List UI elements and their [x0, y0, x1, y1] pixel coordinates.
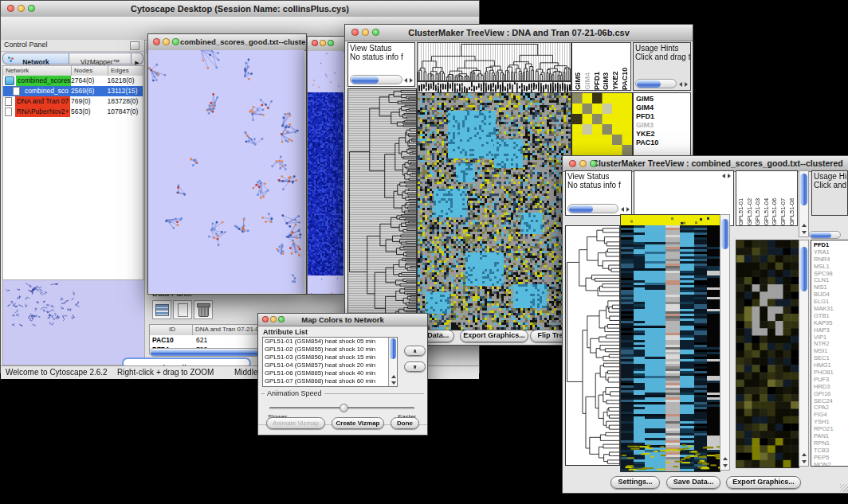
- attribute-list-item[interactable]: GPL51-03 (GSM856) heat shock 15 min: [263, 354, 388, 361]
- gene-dendrogram[interactable]: [347, 88, 417, 330]
- network-table-row[interactable]: RNAPuberNov2+ 563(0) 107847(0): [3, 107, 143, 117]
- close-icon[interactable]: [569, 160, 576, 167]
- scroll-right-icon[interactable]: [626, 207, 630, 212]
- scroll-left-icon[interactable]: [621, 207, 624, 212]
- zoom-window-icon[interactable]: [278, 316, 285, 322]
- list-vscrollbar[interactable]: [388, 338, 397, 386]
- scroll-down-icon[interactable]: [802, 231, 807, 234]
- attribute-list-item[interactable]: GPL51-04 (GSM857) heat shock 20 min: [263, 361, 388, 369]
- scroll-right-icon[interactable]: [728, 174, 731, 178]
- gene-list-hscrollbar[interactable]: [809, 231, 841, 239]
- resize-grip[interactable]: [840, 484, 848, 492]
- close-icon[interactable]: [153, 38, 160, 45]
- col-header-nodes[interactable]: Nodes: [72, 66, 108, 76]
- zoom-window-icon[interactable]: [28, 5, 35, 12]
- zoom-window-icon[interactable]: [590, 160, 597, 167]
- column-label: GIM4: [583, 43, 593, 90]
- scroll-up-icon[interactable]: [802, 224, 807, 227]
- attribute-list-label: Attribute List: [263, 328, 308, 336]
- gene-dendrogram[interactable]: [565, 225, 620, 466]
- gene-list-item[interactable]: MON2: [814, 462, 848, 467]
- treeview-combined-title-bar[interactable]: ClusterMaker TreeView : combined_scores_…: [563, 156, 848, 172]
- tab-overflow-button[interactable]: ▶: [132, 53, 143, 64]
- attribute-list-item[interactable]: GPL51-07 (GSM868) heat shock 60 min: [263, 377, 388, 385]
- close-icon[interactable]: [7, 5, 14, 12]
- labels-vscrollbar[interactable]: [799, 170, 809, 237]
- treeview-dna-title-bar[interactable]: ClusterMaker TreeView : DNA and Tran 07-…: [345, 25, 693, 41]
- network-table-row[interactable]: combined_sco 2569(6) 13112(15): [3, 86, 143, 96]
- col-header-id[interactable]: ID: [150, 325, 193, 335]
- heatmap-canvas[interactable]: [620, 214, 720, 472]
- col-header-edges[interactable]: Edges: [108, 66, 143, 76]
- move-down-button[interactable]: ∨: [404, 361, 426, 372]
- usage-hints-text: Click and drag to: [814, 181, 848, 189]
- scroll-down-icon[interactable]: [802, 460, 807, 463]
- network-view-title-bar[interactable]: combined_scores_good.txt--cluste...: [148, 34, 306, 51]
- minimize-icon[interactable]: [270, 316, 277, 322]
- scroll-right-icon[interactable]: [685, 82, 688, 87]
- minimize-icon[interactable]: [579, 160, 587, 167]
- network-tab-icon: [8, 57, 10, 59]
- close-icon[interactable]: [262, 316, 269, 322]
- usage-hints-scrollbar[interactable]: [635, 79, 677, 88]
- attribute-list-item[interactable]: GPL51-01 (GSM854) heat shock 05 min: [263, 338, 388, 346]
- scroll-left-icon[interactable]: [722, 174, 725, 178]
- zoom-window-icon[interactable]: [328, 40, 334, 46]
- birdseye-overview[interactable]: [2, 279, 145, 365]
- network-canvas[interactable]: [148, 50, 304, 293]
- view-status-title: View Status: [567, 172, 610, 181]
- col-header-network[interactable]: Network: [3, 66, 72, 76]
- tab-arrow-label: ▶: [135, 60, 139, 65]
- dense-network-canvas[interactable]: [308, 51, 344, 294]
- delete-attribute-button[interactable]: [194, 300, 213, 319]
- minimize-icon[interactable]: [362, 29, 369, 36]
- scroll-up-icon[interactable]: [723, 457, 728, 460]
- animate-vizmap-button[interactable]: Animate Vizmap: [266, 417, 325, 429]
- scroll-left-icon[interactable]: [679, 82, 682, 87]
- minimize-icon[interactable]: [163, 38, 170, 45]
- array-dendrogram[interactable]: [417, 42, 571, 81]
- scroll-down-icon[interactable]: [723, 464, 728, 467]
- zoom-window-icon[interactable]: [372, 29, 379, 36]
- table-view-button[interactable]: [152, 300, 171, 319]
- zoom-window-icon[interactable]: [172, 38, 179, 45]
- export-graphics-button[interactable]: Export Graphics...: [460, 330, 528, 342]
- create-vizmap-button[interactable]: Create Vizmap: [332, 417, 384, 429]
- view-status-scrollbar[interactable]: [350, 75, 402, 84]
- close-icon[interactable]: [351, 29, 359, 36]
- new-attribute-button[interactable]: [173, 300, 192, 319]
- scroll-down-icon[interactable]: [391, 381, 396, 385]
- tab-vizmapper[interactable]: VizMapper™: [69, 53, 132, 64]
- heatmap-vscrollbar[interactable]: [720, 214, 730, 471]
- scroll-left-icon[interactable]: [404, 78, 407, 83]
- scroll-right-icon[interactable]: [410, 78, 413, 83]
- attribute-listbox: GPL51-01 (GSM854) heat shock 05 minGPL51…: [262, 337, 398, 387]
- settings-button[interactable]: Settings...: [610, 476, 660, 489]
- animation-speed-label: Animation Speed: [265, 389, 324, 397]
- save-data-button[interactable]: Save Data...: [666, 476, 720, 489]
- network-table-row[interactable]: DNA and Tran 07 769(0) 183728(0): [3, 96, 143, 107]
- minimize-icon[interactable]: [320, 40, 326, 46]
- done-button[interactable]: Done: [391, 417, 419, 429]
- hidden-window-title-bar[interactable]: [308, 37, 345, 52]
- zoom-heatmap[interactable]: [736, 240, 799, 468]
- dialog-title-bar[interactable]: Map Colors to Network: [258, 314, 427, 326]
- attribute-list-item[interactable]: GPL51-06 (GSM865) heat shock 40 min: [263, 369, 388, 377]
- heatmap-canvas[interactable]: [417, 92, 571, 330]
- network-table-row[interactable]: combined_scores 2764(0) 16218(0): [3, 76, 143, 86]
- speed-slider[interactable]: [269, 407, 414, 409]
- float-panel-icon[interactable]: [130, 41, 139, 50]
- export-graphics-button[interactable]: Export Graphics...: [726, 476, 801, 489]
- minimize-icon[interactable]: [18, 5, 25, 12]
- slider-thumb-icon[interactable]: [340, 404, 348, 412]
- view-status-scrollbar[interactable]: [567, 204, 618, 213]
- move-up-button[interactable]: ∧: [404, 346, 426, 356]
- scroll-up-icon[interactable]: [391, 375, 396, 378]
- close-icon[interactable]: [312, 40, 318, 46]
- view-status-title: View Status: [350, 44, 392, 53]
- scroll-up-icon[interactable]: [802, 453, 807, 456]
- zoom-vscrollbar[interactable]: [799, 240, 809, 467]
- tab-network[interactable]: Network: [2, 53, 69, 64]
- main-title-bar[interactable]: Cytoscape Desktop (Session Name: collins…: [1, 1, 479, 18]
- attribute-list-item[interactable]: GPL51-02 (GSM855) heat shock 10 min: [263, 346, 388, 354]
